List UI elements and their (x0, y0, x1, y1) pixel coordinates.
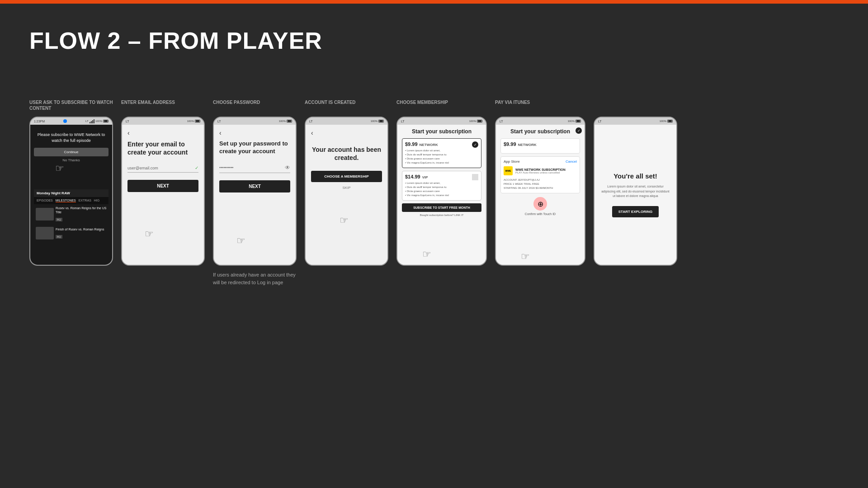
cursor-hand-4: ☞ (340, 215, 349, 226)
episode-item-2: Finish of Rusev vs. Roman Reigns BQ (34, 225, 108, 241)
phone1-no-thanks[interactable]: No Thanks (34, 158, 108, 162)
itunes-item-row: WWE WWE NETWORK SUBSCRIPTION PLAY Auto-R… (504, 166, 577, 175)
phone-4-status: LT 100% (306, 117, 387, 125)
eye-icon[interactable]: 👁 (285, 164, 290, 171)
phone7-desc: Lorem ipsum dolor sit amet, consectetur … (600, 184, 671, 199)
phone-2-content: ‹ Enter your email to create your accoun… (122, 125, 204, 265)
step-1-wrapper: USER ASK TO SUBSCRIBE TO WATCH CONTENT 1… (29, 99, 113, 266)
cursor-hand-6: ☞ (521, 251, 530, 263)
back-arrow-4[interactable]: ‹ (311, 129, 382, 136)
phone4-title: Your account has been created. (311, 145, 382, 162)
plan2-price: $14.99 (405, 174, 420, 179)
plan2-name: VIP (422, 175, 428, 179)
phone-5-content: Start your subscription $9.99 NETWORK ✓ … (397, 125, 486, 265)
step-2-label: ENTER EMAIL ADDRESS (121, 99, 175, 112)
phone2-next-btn[interactable]: NEXT (127, 180, 198, 192)
phone-2-frame: LT 100% ‹ Enter your email to create you… (121, 117, 205, 266)
step-2-wrapper: ENTER EMAIL ADDRESS LT 100% ‹ Enter your… (121, 99, 205, 266)
price-value: 1 WEEK TRIAL FREE (513, 183, 539, 185)
step-5-label: CHOOSE MEMBERSHIP (396, 99, 448, 112)
phone-6-content: Start your subscription $9.99 NETWORK ✓ … (496, 125, 585, 265)
fingerprint-icon[interactable]: ⊕ (533, 197, 547, 211)
step-4-wrapper: ACCOUNT IS CREATED LT 100% ‹ Your accoun… (305, 99, 388, 266)
step3-note: If users already have an account they wi… (213, 271, 297, 286)
wwe-logo: WWE (504, 166, 513, 175)
step-7-wrapper: LT 100% You're all set! Lorem ipsum dolo… (594, 99, 677, 266)
fingerprint-section: ⊕ Confirm with Touch ID (500, 197, 580, 216)
cancel-btn[interactable]: Cancel (566, 160, 577, 164)
account-label: ACCOUNT (504, 178, 517, 181)
phone-1-content: Please subscribe to WWE Network to watch… (30, 125, 112, 265)
phone7-title: You're all set! (613, 172, 657, 180)
episode-badge-1: BQ (56, 218, 62, 221)
step-1-label: USER ASK TO SUBSCRIBE TO WATCH CONTENT (29, 99, 113, 112)
phone1-show-name: Monday Night RAW (34, 189, 108, 197)
tab-milestones[interactable]: MILESTONES (56, 199, 76, 202)
back-arrow-2[interactable]: ‹ (127, 129, 198, 136)
price-label: PRICE (504, 183, 512, 185)
page-title: FLOW 2 – FROM PLAYER (29, 27, 322, 54)
phone-2-status: LT 100% (122, 117, 204, 125)
phone5-bought-link[interactable]: Bought subscription before? LINK IT (402, 214, 481, 216)
plan2-radio (472, 174, 478, 180)
tab-highlights[interactable]: HIG (94, 199, 99, 202)
plan1-name: NETWORK (420, 143, 438, 147)
product-name: WWE NETWORK SUBSCRIPTION (515, 168, 577, 171)
phone3-next-btn[interactable]: NEXT (219, 180, 290, 192)
phone2-title: Enter your email to create your account (127, 140, 198, 156)
phone-4-frame: LT 100% ‹ Your account has been created.… (305, 117, 388, 266)
step-6-label: PAY VIA ITUNES (495, 99, 530, 112)
itunes-purchase-card: App Store Cancel WWE WWE NETWORK SUBSCRI… (500, 156, 580, 193)
episode-thumb-1 (36, 208, 54, 221)
step-3-label: CHOOSE PASSWORD (213, 99, 260, 112)
phone5-subscribe-btn[interactable]: SUBSCRIBE TO START FREE MONTH (402, 203, 481, 212)
step-5-wrapper: CHOOSE MEMBERSHIP LT 100% Start your sub… (396, 99, 487, 266)
phone4-membership-btn[interactable]: CHOOSE A MEMBERSHIP (311, 171, 382, 182)
itunes-info: ACCOUNT JEFFDUPT@J.AJ PRICE 1 WEEK TRIAL… (504, 178, 577, 190)
orange-accent-bar (0, 0, 868, 4)
phone7-explore-btn[interactable]: START EXPLORING (612, 206, 659, 217)
phone4-skip[interactable]: SKIP (311, 186, 382, 190)
tab-extras[interactable]: EXTRAS (79, 199, 91, 202)
password-dots: •••••••••• (219, 165, 234, 170)
phone3-password-input[interactable]: •••••••••• 👁 (219, 163, 290, 173)
phone6-plan-price: $9.99 (504, 141, 516, 147)
membership-vip-card[interactable]: $14.99 VIP • Lorem ipsum dolor sit amet,… (402, 171, 481, 201)
episode-thumb-2 (36, 227, 54, 239)
phone6-plan-check: ✓ (576, 127, 582, 134)
phone1-continue-btn[interactable]: Continue (34, 148, 108, 156)
phone-7-status: LT 100% (594, 117, 676, 125)
itunes-plan-card: $9.99 NETWORK ✓ (500, 138, 580, 154)
product-sub: PLAY Auto-Renews unless cancelled (515, 171, 577, 174)
plan1-price: $9.99 (405, 141, 418, 147)
flow-container: USER ASK TO SUBSCRIBE TO WATCH CONTENT 1… (29, 99, 677, 286)
cursor-hand-2: ☞ (145, 228, 154, 240)
cursor-hand-3: ☞ (236, 235, 245, 247)
cursor-hand-1: ☞ (55, 163, 64, 174)
phone-7-content: You're all set! Lorem ipsum dolor sit am… (594, 125, 676, 265)
phone5-title: Start your subscription (402, 128, 481, 135)
phone3-title: Set up your password to create your acco… (219, 140, 290, 155)
phone-1-status: 1:23PM LT 100% (30, 117, 112, 125)
starting-text: STARTING 09 JULY 2016 $3.99/MONTH (504, 187, 553, 189)
back-arrow-3[interactable]: ‹ (219, 129, 290, 136)
step-6-wrapper: PAY VIA ITUNES LT 100% Start your subscr… (495, 99, 585, 266)
app-store-label: App Store (504, 160, 520, 164)
phone1-tabs-row: EPISODES MILESTONES EXTRAS HIG (34, 197, 108, 204)
phone2-email-input[interactable]: user@email.com ✓ (127, 164, 198, 173)
phone6-plan-name: NETWORK (518, 143, 537, 147)
confirm-touch-id[interactable]: Confirm with Touch ID (525, 212, 556, 216)
phone-4-content: ‹ Your account has been created. CHOOSE … (306, 125, 387, 265)
phone-1-frame: 1:23PM LT 100% Please subscribe to WW (29, 117, 113, 266)
phone-6-frame: LT 100% Start your subscription $9.99 NE… (495, 117, 585, 266)
plan1-bullets: • Lorem ipsum dolor sit amet, • Duis do … (405, 149, 478, 165)
phone-3-frame: LT 100% ‹ Set up your password to create… (213, 117, 297, 266)
episode-title-1: Rusev vs. Roman Reigns for the US Title (56, 206, 107, 214)
plan2-bullets: • Lorem ipsum dolor sit amet, • Duis do … (405, 181, 478, 197)
app-store-row: App Store Cancel (504, 160, 577, 164)
membership-network-card[interactable]: $9.99 NETWORK ✓ • Lorem ipsum dolor sit … (402, 138, 481, 168)
phone-3-status: LT 100% (214, 117, 296, 125)
tab-episodes[interactable]: EPISODES (37, 199, 53, 202)
phone-6-status: LT 100% (496, 117, 585, 125)
episode-item-1: Rusev vs. Roman Reigns for the US Title … (34, 204, 108, 224)
